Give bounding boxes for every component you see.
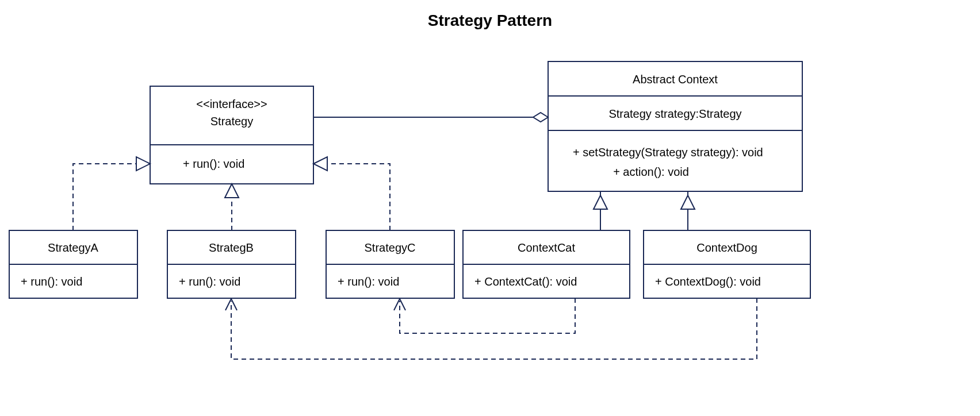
class-strategy: <<interface>> Strategy + run(): void [150, 86, 313, 184]
class-strategy-b: StrategB + run(): void [167, 230, 296, 298]
class-strategy-c: StrategyC + run(): void [326, 230, 454, 298]
diagram-title: Strategy Pattern [428, 11, 552, 29]
edge-strategy-aggregation [313, 113, 548, 122]
edge-context-cat-dep [394, 298, 575, 333]
strategy-b-method: + run(): void [179, 275, 240, 288]
context-cat-name: ContextCat [518, 241, 575, 254]
svg-marker-19 [225, 184, 239, 198]
class-context-cat: ContextCat + ContextCat(): void [463, 230, 630, 298]
edge-context-dog-dep [225, 298, 757, 359]
context-dog-name: ContextDog [696, 241, 757, 254]
strategy-method: + run(): void [183, 157, 244, 170]
strategy-c-method: + run(): void [338, 275, 399, 288]
class-context-dog: ContextDog + ContextDog(): void [644, 230, 810, 298]
edge-strategy-a-realize [73, 157, 150, 230]
svg-marker-21 [594, 195, 607, 209]
strategy-b-name: StrategB [209, 241, 254, 254]
strategy-name: Strategy [210, 115, 253, 128]
abstract-context-m2: + action(): void [613, 165, 689, 178]
edge-strategy-c-realize [313, 157, 390, 230]
strategy-a-name: StrategyA [48, 241, 98, 254]
strategy-pattern-diagram: Strategy Pattern <<interface>> Strategy … [0, 0, 980, 416]
abstract-context-m1: + setStrategy(Strategy strategy): void [573, 146, 763, 159]
class-strategy-a: StrategyA + run(): void [9, 230, 137, 298]
strategy-a-method: + run(): void [21, 275, 82, 288]
class-abstract-context: Abstract Context Strategy strategy:Strat… [548, 61, 802, 191]
svg-marker-20 [313, 157, 327, 171]
edge-strategy-b-realize [225, 184, 239, 230]
abstract-context-attr: Strategy strategy:Strategy [608, 107, 741, 120]
edge-context-dog-generalize [681, 191, 695, 230]
svg-marker-17 [136, 157, 150, 171]
svg-marker-23 [681, 195, 695, 209]
context-cat-method: + ContextCat(): void [474, 275, 577, 288]
strategy-c-name: StrategyC [365, 241, 416, 254]
abstract-context-name: Abstract Context [633, 73, 718, 86]
strategy-stereotype: <<interface>> [196, 98, 267, 110]
edge-context-cat-generalize [594, 191, 607, 230]
context-dog-method: + ContextDog(): void [655, 275, 761, 288]
svg-marker-16 [533, 113, 548, 122]
